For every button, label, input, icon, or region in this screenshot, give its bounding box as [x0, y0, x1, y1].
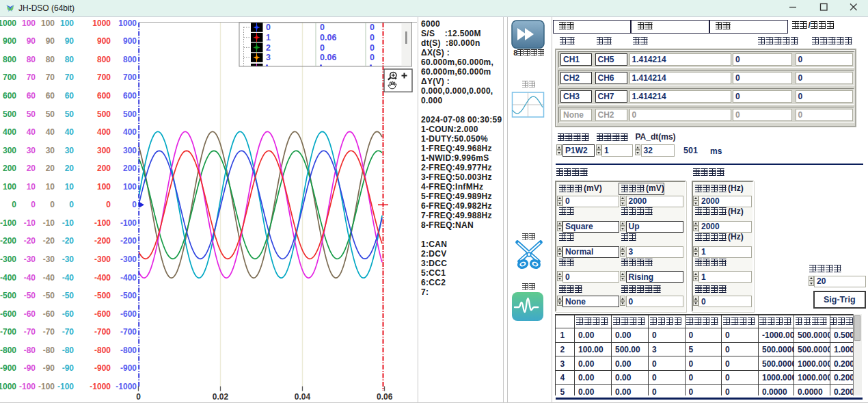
svg-text:0: 0 — [370, 23, 375, 32]
svg-text:50: 50 — [46, 109, 55, 119]
svg-text:0: 0 — [106, 200, 111, 209]
svg-text:10: 10 — [65, 182, 74, 192]
svg-text:900: 900 — [3, 36, 16, 46]
svg-text:300: 300 — [3, 146, 16, 155]
svg-text:-40: -40 — [24, 273, 36, 283]
svg-text:10: 10 — [46, 182, 55, 192]
svg-text:-200: -200 — [94, 236, 111, 246]
svg-text:-500: -500 — [0, 291, 16, 300]
svg-text:700: 700 — [97, 73, 111, 82]
svg-text:1000: 1000 — [118, 18, 137, 28]
svg-text:600: 600 — [123, 91, 137, 101]
svg-text:300: 300 — [123, 146, 137, 155]
svg-text:0: 0 — [69, 200, 74, 209]
svg-text:-50: -50 — [24, 291, 36, 300]
svg-text:500: 500 — [3, 109, 16, 119]
svg-text:-50: -50 — [62, 291, 74, 300]
svg-text:-100: -100 — [94, 218, 111, 228]
svg-text:90: 90 — [65, 36, 74, 46]
svg-text:600: 600 — [97, 91, 111, 101]
svg-text:100: 100 — [123, 182, 137, 192]
svg-text:600: 600 — [3, 91, 16, 101]
svg-text:-600: -600 — [94, 309, 111, 319]
svg-text:100: 100 — [22, 18, 36, 28]
svg-text:-700: -700 — [94, 327, 111, 337]
svg-text:800: 800 — [3, 55, 16, 64]
svg-text:-100: -100 — [38, 382, 55, 391]
svg-text:-80: -80 — [43, 346, 55, 355]
svg-text:-100: -100 — [57, 382, 74, 391]
svg-text:60: 60 — [65, 91, 74, 101]
svg-text:2: 2 — [266, 43, 271, 53]
svg-text:80: 80 — [27, 55, 36, 64]
svg-text:-30: -30 — [43, 255, 55, 264]
svg-text:-80: -80 — [24, 346, 36, 355]
svg-text:700: 700 — [123, 73, 137, 82]
svg-text:-10: -10 — [62, 218, 74, 228]
svg-text:-800: -800 — [94, 346, 111, 355]
svg-text:0: 0 — [370, 43, 375, 53]
svg-text:200: 200 — [3, 164, 16, 173]
svg-text:-1000: -1000 — [116, 382, 137, 391]
svg-text:100: 100 — [3, 182, 16, 192]
svg-text:0: 0 — [132, 200, 137, 209]
svg-text:800: 800 — [97, 55, 111, 64]
svg-text:20: 20 — [27, 164, 36, 173]
svg-text:50: 50 — [27, 109, 36, 119]
svg-text:-70: -70 — [43, 327, 55, 337]
svg-text:-20: -20 — [43, 236, 55, 246]
svg-text:200: 200 — [123, 164, 137, 173]
svg-text:70: 70 — [46, 73, 55, 82]
svg-text:-30: -30 — [24, 255, 36, 264]
svg-text:0: 0 — [370, 53, 375, 62]
svg-text:900: 900 — [97, 36, 111, 46]
svg-text:70: 70 — [27, 73, 36, 82]
svg-text:-60: -60 — [43, 309, 55, 319]
svg-text:500: 500 — [97, 109, 111, 119]
svg-text:-20: -20 — [62, 236, 74, 246]
svg-text:200: 200 — [97, 164, 111, 173]
svg-text:400: 400 — [97, 127, 111, 137]
svg-text:1000: 1000 — [92, 18, 111, 28]
svg-text:0: 0 — [50, 200, 55, 209]
svg-text:30: 30 — [65, 146, 74, 155]
svg-text:-300: -300 — [94, 255, 111, 264]
svg-text:80: 80 — [65, 55, 74, 64]
svg-text:-60: -60 — [24, 309, 36, 319]
svg-text:-700: -700 — [120, 327, 137, 337]
svg-text:-100: -100 — [0, 218, 16, 228]
svg-text:0.06: 0.06 — [320, 53, 336, 62]
svg-text:0.06: 0.06 — [320, 33, 336, 42]
svg-text:-200: -200 — [0, 236, 16, 246]
svg-text:800: 800 — [123, 55, 137, 64]
svg-text:100: 100 — [97, 182, 111, 192]
svg-text:20: 20 — [46, 164, 55, 173]
svg-text:-100: -100 — [19, 382, 36, 391]
svg-text:-70: -70 — [24, 327, 36, 337]
svg-text:900: 900 — [123, 36, 137, 46]
svg-text:-40: -40 — [43, 273, 55, 283]
svg-text:30: 30 — [27, 146, 36, 155]
svg-text:0.06: 0.06 — [377, 392, 393, 402]
svg-text:0.02: 0.02 — [213, 392, 229, 402]
svg-text:100: 100 — [60, 18, 74, 28]
svg-text:400: 400 — [123, 127, 137, 137]
svg-text:400: 400 — [3, 127, 16, 137]
svg-text:1000: 1000 — [0, 18, 16, 28]
svg-text:-800: -800 — [120, 346, 137, 355]
svg-text:-1000: -1000 — [0, 382, 16, 391]
svg-text:-70: -70 — [62, 327, 74, 337]
svg-text:300: 300 — [97, 146, 111, 155]
svg-text:1: 1 — [266, 33, 271, 42]
svg-text:-900: -900 — [94, 363, 111, 373]
svg-text:-300: -300 — [120, 255, 137, 264]
svg-text:-90: -90 — [43, 363, 55, 373]
svg-text:-400: -400 — [0, 273, 16, 283]
svg-text:-700: -700 — [0, 327, 16, 337]
svg-text:0: 0 — [136, 392, 141, 402]
svg-text:90: 90 — [46, 36, 55, 46]
svg-text:90: 90 — [27, 36, 36, 46]
svg-text:0: 0 — [31, 200, 36, 209]
svg-text:-80: -80 — [62, 346, 74, 355]
svg-text:0: 0 — [320, 43, 325, 53]
